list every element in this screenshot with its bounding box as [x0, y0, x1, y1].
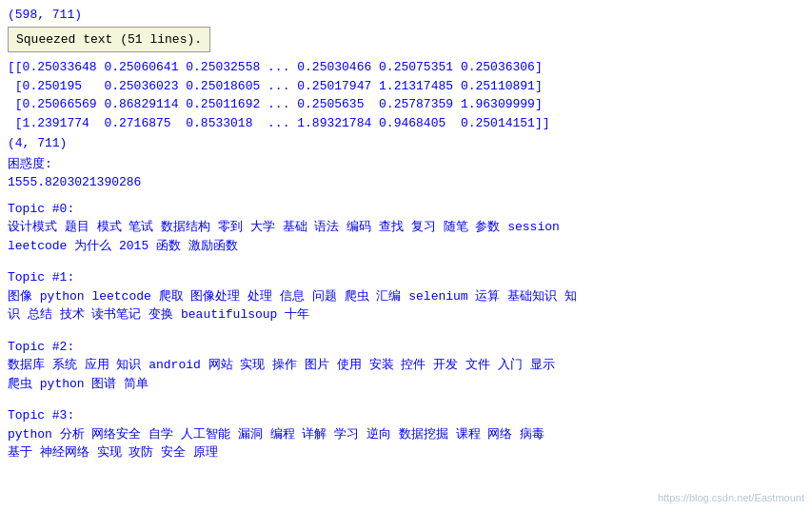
matrix-line-1: [[0.25033648 0.25060641 0.25032558 ... 0… [8, 58, 804, 77]
topic-0-header: Topic #0: [8, 200, 804, 219]
topic-0-line2: leetcode 为什么 2015 函数 激励函数 [8, 237, 804, 256]
topic-2-line1: 数据库 系统 应用 知识 android 网站 实现 操作 图片 使用 安装 控… [8, 356, 804, 375]
topic-1-line2: 识 总结 技术 读书笔记 变换 beautifulsoup 十年 [8, 305, 804, 324]
perplexity-label: 困惑度: [8, 155, 804, 174]
matrix-line-4: [1.2391774 0.2716875 0.8533018 ... 1.893… [8, 114, 804, 133]
topic-2-header: Topic #2: [8, 338, 804, 357]
topic-2-line2: 爬虫 python 图谱 简单 [8, 375, 804, 394]
coords-line: (598, 711) [8, 6, 804, 25]
shape-line: (4, 711) [8, 134, 804, 153]
perplexity-value: 1555.8203021390286 [8, 173, 804, 192]
squeezed-text-box: Squeezed text (51 lines). [8, 27, 210, 53]
watermark: https://blog.csdn.net/Eastmount [658, 490, 804, 506]
matrix-line-3: [0.25066569 0.86829114 0.25011692 ... 0.… [8, 95, 804, 114]
output-area: (598, 711) Squeezed text (51 lines). [[0… [0, 0, 812, 511]
topic-1-header: Topic #1: [8, 268, 804, 287]
matrix-line-2: [0.250195 0.25036023 0.25018605 ... 0.25… [8, 77, 804, 96]
topic-3-header: Topic #3: [8, 406, 804, 425]
topic-3-line1: python 分析 网络安全 自学 人工智能 漏洞 编程 详解 学习 逆向 数据… [8, 425, 804, 444]
topic-1-line1: 图像 python leetcode 爬取 图像处理 处理 信息 问题 爬虫 汇… [8, 287, 804, 306]
topic-0-line1: 设计模式 题目 模式 笔试 数据结构 零到 大学 基础 语法 编码 查找 复习 … [8, 218, 804, 237]
topic-3-line2: 基于 神经网络 实现 攻防 安全 原理 [8, 443, 804, 462]
